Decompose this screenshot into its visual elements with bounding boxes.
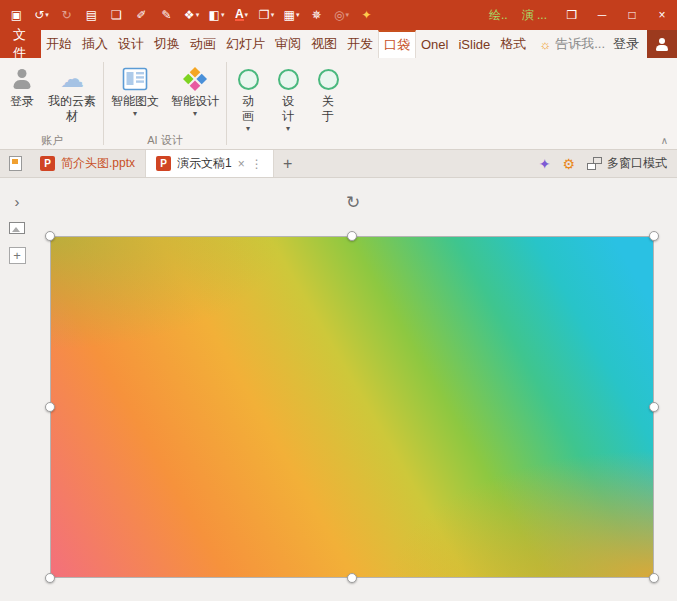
ribbon-tab-transitions[interactable]: 切换 — [149, 30, 185, 58]
pa-design-button[interactable]: 设计 ▾ — [268, 60, 308, 135]
fill-color-button[interactable]: ◧▾ — [204, 2, 229, 28]
paste-button[interactable]: ❐▾ — [254, 2, 279, 28]
selected-image[interactable] — [51, 237, 653, 577]
selection-handle-n[interactable] — [347, 231, 357, 241]
ribbon-tab-animations[interactable]: 动画 — [185, 30, 221, 58]
sign-in-link[interactable]: 登录 — [613, 35, 639, 53]
ribbon-tab-label: 动画 — [190, 35, 216, 53]
read-mode-button[interactable]: ▤ — [79, 2, 104, 28]
table-button[interactable]: ▦▾ — [279, 2, 304, 28]
qat-icon: ↻ — [61, 9, 71, 21]
qat-icon: ▤ — [86, 9, 97, 21]
my-cloud-assets-button[interactable]: ☁ 我的云素材 — [42, 60, 102, 126]
ribbon-tab-label: 审阅 — [275, 35, 301, 53]
qat-icon: ❏ — [111, 9, 122, 21]
smart-layout-button[interactable]: 智能图文 ▾ — [105, 60, 165, 120]
doc-tab-intro-header[interactable]: P 简介头图.pptx — [30, 150, 146, 177]
undo-button[interactable]: ↺▾ — [29, 2, 54, 28]
selection-handle-s[interactable] — [347, 573, 357, 583]
selection-handle-se[interactable] — [649, 573, 659, 583]
cloud-icon: ☁ — [60, 64, 84, 94]
save-button[interactable]: ▣ — [4, 2, 29, 28]
tell-me-box[interactable]: ☼ 告诉我... — [531, 30, 613, 58]
ribbon-tab-design[interactable]: 设计 — [113, 30, 149, 58]
ribbon-tab-label: 设计 — [118, 35, 144, 53]
switch-window-button[interactable]: ❒ — [557, 0, 587, 30]
dropdown-arrow-icon: ▾ — [193, 110, 197, 118]
tab-bar-home-button[interactable] — [0, 150, 30, 177]
brush-button[interactable]: ✐ — [129, 2, 154, 28]
addin-button[interactable]: ✦ — [354, 2, 379, 28]
pen-button[interactable]: ✎ — [154, 2, 179, 28]
circle-icon — [318, 69, 339, 90]
dropdown-arrow-icon: ▾ — [245, 11, 249, 19]
qat-icon: ✵ — [311, 9, 321, 21]
powerpoint-file-icon: P — [156, 156, 171, 171]
selection-handle-nw[interactable] — [45, 231, 55, 241]
minimize-button[interactable]: ─ — [587, 0, 617, 30]
redo-button[interactable]: ↻ — [54, 2, 79, 28]
qat-icon: ↺ — [34, 9, 44, 21]
ribbon-tab-slideshow[interactable]: 幻灯片 — [221, 30, 270, 58]
new-tab-button[interactable]: + — [274, 150, 302, 177]
group-label-ai-design: AI 设计 — [105, 133, 225, 149]
maximize-button[interactable]: □ — [617, 0, 647, 30]
dropdown-arrow-icon: ▾ — [296, 11, 300, 19]
doc-tab-presentation1[interactable]: P 演示文稿1 × ⋮ — [146, 150, 274, 177]
quick-access-toolbar: ▣ ↺▾ ↻ ▤ ❏ ✐ ✎ ❖▾ ◧▾ A▾ ❐▾ ▦▾ — [4, 2, 379, 28]
dropdown-arrow-icon: ▾ — [286, 125, 290, 133]
close-tab-icon[interactable]: × — [238, 157, 245, 171]
titlebar-plugin-labels: 绘.. 演 ... — [489, 7, 547, 24]
selection-handle-e[interactable] — [649, 402, 659, 412]
sign-in-button[interactable]: 登录 — [2, 60, 42, 111]
ribbon-tab-insert[interactable]: 插入 — [77, 30, 113, 58]
plugin-label-draw[interactable]: 绘.. — [489, 7, 508, 24]
button-label: 设计 — [281, 94, 295, 124]
ribbon-tab-label: 口袋 — [384, 36, 410, 54]
multi-window-mode-button[interactable]: 多窗口模式 — [587, 155, 667, 172]
add-slide-button[interactable]: + — [9, 247, 26, 264]
ribbon-tab-onekey[interactable]: Onel — [416, 30, 453, 58]
selection-handle-sw[interactable] — [45, 573, 55, 583]
selection-handle-w[interactable] — [45, 402, 55, 412]
ribbon-tab-developer[interactable]: 开发 — [342, 30, 378, 58]
plugin-label-present[interactable]: 演 ... — [522, 7, 547, 24]
pa-animation-button[interactable]: 动画 ▾ — [228, 60, 268, 135]
close-button[interactable]: × — [647, 0, 677, 30]
tab-more-icon[interactable]: ⋮ — [251, 157, 263, 171]
pa-about-button[interactable]: 关于 — [308, 60, 348, 126]
button-label: 登录 — [10, 94, 34, 109]
shapes-button[interactable]: ◎▾ — [329, 2, 354, 28]
ribbon-tab-home[interactable]: 开始 — [41, 30, 77, 58]
ribbon-tab-format[interactable]: 格式 — [495, 30, 531, 58]
slide-canvas[interactable]: ↻ — [34, 178, 677, 601]
smart-design-button[interactable]: 智能设计 ▾ — [165, 60, 225, 120]
qat-icon: ✦ — [361, 9, 371, 21]
ribbon-group-account: 登录 ☁ 我的云素材 账户 — [2, 58, 102, 149]
rotate-handle[interactable]: ↻ — [343, 192, 363, 212]
award-button[interactable]: ✵ — [304, 2, 329, 28]
dropdown-arrow-icon: ▾ — [45, 11, 49, 19]
slide-thumbnail-icon[interactable] — [9, 222, 25, 234]
account-area: 登录 — [613, 30, 677, 58]
font-color-button[interactable]: A▾ — [229, 2, 254, 28]
avatar[interactable] — [647, 30, 677, 58]
new-slide-button[interactable]: ❏ — [104, 2, 129, 28]
expand-panel-icon[interactable]: › — [15, 194, 20, 209]
format-painter-button[interactable]: ❖▾ — [179, 2, 204, 28]
qat-icon: ✎ — [161, 9, 171, 21]
ribbon-tab-islide[interactable]: iSlide — [453, 30, 495, 58]
dropdown-arrow-icon: ▾ — [271, 11, 275, 19]
selection-handle-ne[interactable] — [649, 231, 659, 241]
ribbon-tab-review[interactable]: 审阅 — [270, 30, 306, 58]
beautify-wand-icon[interactable]: ✦ — [539, 156, 551, 172]
group-divider — [226, 62, 227, 145]
ribbon-tab-file[interactable]: 文件 — [0, 30, 41, 58]
ribbon-tab-view[interactable]: 视图 — [306, 30, 342, 58]
dropdown-arrow-icon: ▾ — [133, 110, 137, 118]
dropdown-arrow-icon: ▾ — [196, 11, 200, 19]
collapse-ribbon-button[interactable]: ∧ — [661, 135, 668, 146]
user-icon — [12, 68, 32, 90]
settings-gear-icon[interactable]: ⚙ — [562, 156, 575, 172]
ribbon-tab-pocket[interactable]: 口袋 — [378, 30, 416, 58]
